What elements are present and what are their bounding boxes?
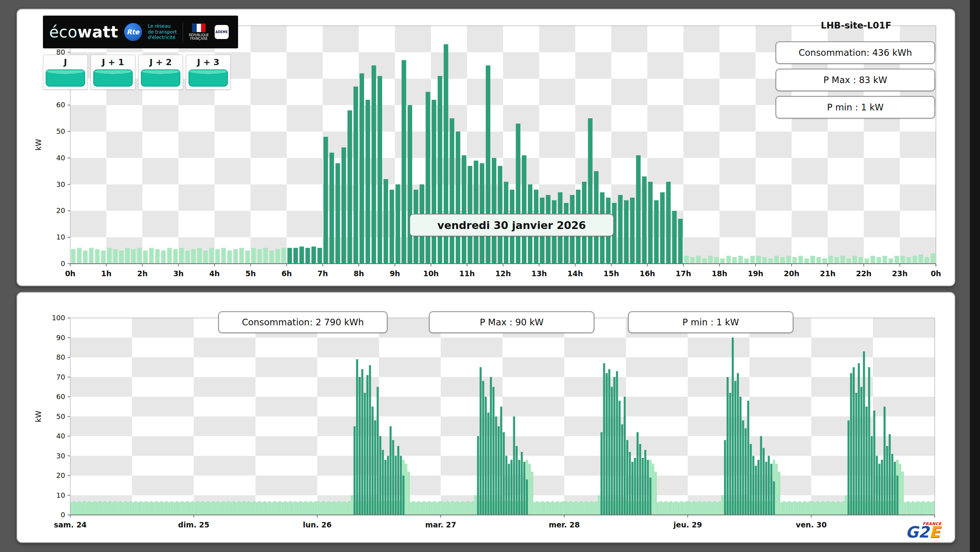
svg-text:18h: 18h	[712, 269, 727, 278]
svg-text:mer. 28: mer. 28	[549, 520, 580, 529]
badge-day-j1-label: J + 1	[91, 55, 135, 69]
svg-text:jeu. 29: jeu. 29	[673, 520, 702, 529]
weekly-chart-panel: Consommation: 2 790 kWh P Max : 90 kW P …	[16, 292, 955, 543]
svg-text:50: 50	[56, 412, 65, 421]
svg-text:10h: 10h	[423, 269, 439, 278]
svg-text:40: 40	[56, 432, 65, 440]
svg-text:sam. 24: sam. 24	[54, 520, 87, 529]
svg-text:20h: 20h	[784, 269, 799, 278]
svg-text:2h: 2h	[137, 269, 148, 278]
weekly-pmax-stat: P Max : 90 kW	[429, 311, 594, 333]
republique-francaise-label: RÉPUBLIQUE FRANÇAISE	[189, 34, 209, 41]
badge-day-j2-label: J + 2	[139, 55, 183, 69]
svg-text:60: 60	[56, 101, 65, 109]
svg-text:0: 0	[61, 511, 65, 519]
badge-day-j-gauge-icon	[46, 69, 85, 87]
svg-text:kW: kW	[34, 410, 43, 422]
window-edge	[970, 0, 980, 552]
svg-text:30: 30	[56, 180, 65, 188]
republique-francaise-logo: RÉPUBLIQUE FRANÇAISE	[189, 23, 209, 41]
svg-text:5h: 5h	[245, 269, 256, 278]
svg-text:0h: 0h	[65, 269, 76, 278]
svg-text:12h: 12h	[495, 269, 511, 278]
svg-text:0: 0	[61, 259, 65, 268]
svg-text:20: 20	[56, 206, 65, 215]
svg-text:14h: 14h	[567, 269, 583, 278]
svg-text:10: 10	[56, 491, 65, 499]
svg-text:4h: 4h	[209, 269, 220, 278]
svg-text:ven. 30: ven. 30	[796, 520, 827, 529]
ecowatt-wordmark-eco: éco	[49, 23, 78, 41]
daily-pmax-stat: P Max : 83 kW	[775, 69, 935, 91]
ecowatt-logo: écowatt Rte Le réseau de transport d'éle…	[43, 16, 238, 48]
logo-divider	[183, 21, 183, 43]
badge-day-j1-gauge-icon	[93, 69, 133, 87]
rte-logo-icon: Rte	[124, 23, 142, 41]
svg-text:10: 10	[56, 233, 65, 241]
svg-text:kW: kW	[34, 139, 43, 151]
weekly-chart-svg: 0102030405060708090100sam. 24dim. 25lun.…	[20, 306, 952, 538]
site-name: LHB-site-L01F	[777, 20, 935, 30]
svg-text:1h: 1h	[101, 269, 112, 278]
badge-day-j2[interactable]: J + 2	[138, 55, 183, 90]
daily-chart-panel: écowatt Rte Le réseau de transport d'éle…	[16, 9, 955, 286]
svg-text:17h: 17h	[676, 269, 691, 278]
svg-text:3h: 3h	[173, 269, 184, 278]
ecowatt-dashboard: écowatt Rte Le réseau de transport d'éle…	[0, 0, 980, 552]
svg-text:23h: 23h	[892, 269, 908, 278]
svg-text:22h: 22h	[856, 269, 872, 278]
ecowatt-wordmark-watt: watt	[78, 23, 118, 41]
badge-day-j3-label: J + 3	[186, 55, 230, 69]
svg-text:90: 90	[56, 334, 65, 342]
svg-text:60: 60	[56, 392, 65, 401]
svg-text:19h: 19h	[748, 269, 763, 278]
badge-day-j1[interactable]: J + 1	[91, 55, 135, 90]
g2e-logo: G2E FRANCE	[905, 524, 940, 540]
svg-text:100: 100	[52, 314, 65, 322]
svg-text:20: 20	[56, 471, 65, 479]
svg-text:9h: 9h	[390, 269, 400, 278]
svg-text:30: 30	[56, 452, 65, 460]
weekly-consumption-stat: Consommation: 2 790 kWh	[218, 311, 388, 333]
daily-pmin-stat: P min : 1 kW	[775, 96, 935, 119]
svg-text:15h: 15h	[603, 269, 619, 278]
svg-text:6h: 6h	[281, 269, 292, 278]
weekly-pmin-stat: P min : 1 kW	[628, 311, 793, 333]
ademe-logo: ADEME	[215, 25, 229, 39]
svg-text:8h: 8h	[354, 269, 364, 278]
svg-text:70: 70	[56, 373, 65, 381]
ecowatt-wordmark: écowatt	[49, 23, 118, 41]
svg-text:13h: 13h	[531, 269, 547, 278]
badge-day-j3[interactable]: J + 3	[186, 55, 231, 90]
rte-tagline: Le réseau de transport d'électricité	[148, 23, 177, 40]
svg-text:dim. 25: dim. 25	[178, 520, 209, 529]
svg-text:50: 50	[56, 127, 65, 135]
g2e-logo-france: FRANCE	[923, 522, 941, 526]
badge-day-j2-gauge-icon	[141, 69, 180, 87]
daily-consumption-stat: Consommation: 436 kWh	[775, 41, 935, 64]
daily-chart-date-label: vendredi 30 janvier 2026	[409, 214, 614, 236]
badge-day-j[interactable]: J	[43, 55, 88, 90]
svg-text:lun. 26: lun. 26	[303, 520, 332, 529]
badge-day-j-label: J	[43, 55, 87, 69]
ecowatt-forecast-badges: J J + 1 J + 2 J + 3	[43, 55, 231, 90]
svg-text:21h: 21h	[820, 269, 836, 278]
svg-text:11h: 11h	[459, 269, 475, 278]
svg-text:40: 40	[56, 154, 65, 162]
svg-text:0h: 0h	[931, 269, 941, 278]
svg-text:mar. 27: mar. 27	[425, 520, 457, 529]
svg-text:80: 80	[56, 353, 65, 361]
svg-text:16h: 16h	[640, 269, 655, 278]
badge-day-j3-gauge-icon	[189, 69, 228, 87]
french-flag-icon	[192, 23, 206, 32]
svg-text:7h: 7h	[318, 269, 328, 278]
